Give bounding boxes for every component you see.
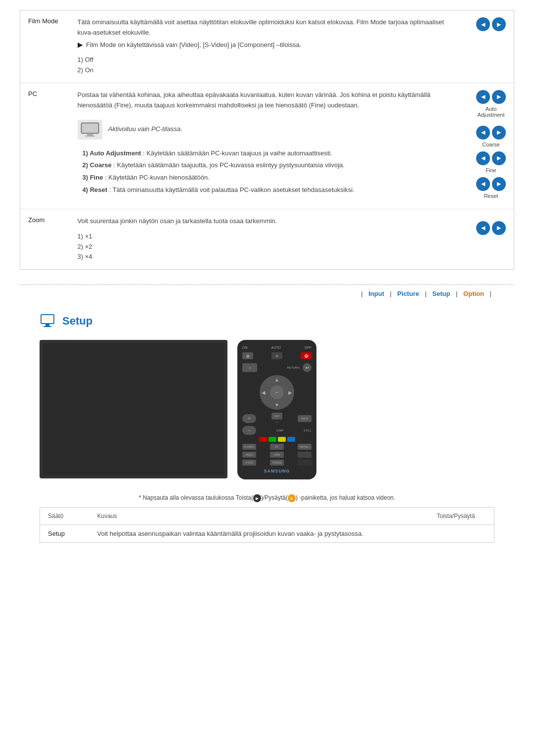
zoom-text: Voit suurentaa jonkin näytön osan ja tar… [78, 216, 461, 227]
remote-control: ON AUTO OFF ⏻ A ⏻ ≡ RETURN ↩ [237, 340, 316, 479]
zoom-next-btn[interactable]: ▶ [492, 221, 506, 235]
remote-on-btn[interactable]: ⏻ [242, 352, 253, 359]
nav-picture[interactable]: Picture [398, 290, 419, 297]
remote-off-btn[interactable]: ⏻ [301, 352, 312, 359]
film-mode-buttons: ◀ ▶ [468, 10, 514, 83]
film-mode-next-btn[interactable]: ▶ [492, 17, 506, 31]
play-icon [253, 494, 261, 502]
remote-video-btn[interactable]: VIDEO [242, 452, 256, 458]
film-mode-row: Film Mode Tätä ominaisuutta käyttämällä … [20, 10, 514, 83]
setup-title: Setup [62, 315, 92, 328]
bottom-setup-action [429, 525, 494, 543]
remote-yellow-btn[interactable] [278, 437, 286, 442]
auto-adj-prev-btn[interactable]: ◀ [476, 90, 490, 104]
col-toista: Toista/Pysäytä [429, 508, 494, 525]
remote-blue-btn[interactable] [287, 437, 295, 442]
pc-item2: 2) Coarse : Käytetään säätämään taajuutt… [83, 160, 461, 171]
nav-separator3: | [425, 290, 426, 297]
remote-top-row: ON AUTO OFF [242, 346, 312, 349]
remote-vol-row2: − COMP STILL [242, 426, 312, 435]
remote-install-btn[interactable]: INSTALL [298, 444, 312, 450]
remote-samsung-logo: SAMSUNG [242, 469, 312, 473]
film-mode-note: ▶ Film Mode on käytettävissä vain [Video… [78, 40, 461, 50]
pc-buttons: ◀ ▶ AutoAdjustment ◀ ▶ Coarse ◀ ▶ [468, 83, 514, 209]
nav-setup[interactable]: Setup [432, 290, 450, 297]
setup-header: Setup [40, 312, 494, 330]
svg-rect-6 [45, 324, 49, 326]
remote-psize-row: P.SIZE P.MODE [242, 460, 312, 466]
svg-rect-1 [87, 134, 93, 136]
remote-info-btn[interactable]: INFO [298, 415, 312, 422]
pc-content: Poistaa tai vähentää kohinaa, joka aiheu… [70, 83, 469, 209]
remote-psize-btn[interactable]: P.SIZE [242, 460, 256, 466]
pc-label: PC [20, 83, 70, 209]
remote-green-btn[interactable] [268, 437, 276, 442]
reset-next-btn[interactable]: ▶ [492, 177, 506, 191]
nav-input[interactable]: Input [368, 290, 384, 297]
remote-source-row2: VIDEO HDMI [242, 452, 312, 458]
film-mode-prev-btn[interactable]: ◀ [476, 17, 490, 31]
remote-nav-left[interactable]: ◀ [262, 390, 266, 395]
pc-item1: 1) Auto Adjustment : Käytetään säätämään… [83, 148, 461, 159]
coarse-prev-btn[interactable]: ◀ [476, 126, 490, 140]
coarse-next-btn[interactable]: ▶ [492, 126, 506, 140]
remote-menu-row: ≡ RETURN ↩ [242, 363, 312, 372]
remote-pmode-btn[interactable]: P.MODE [270, 460, 284, 466]
fine-next-btn[interactable]: ▶ [492, 151, 506, 165]
pc-icon [78, 120, 102, 140]
auto-adj-label: AutoAdjustment [476, 106, 506, 118]
remote-still-btn[interactable]: STILL [304, 429, 312, 432]
pause-icon [288, 494, 296, 502]
remote-svideo-btn[interactable]: S-VIDEO [242, 444, 256, 450]
note-text: * Napsauta alla olevassa taulukossa Tois… [40, 494, 494, 502]
remote-exit-btn[interactable]: EXIT [271, 413, 282, 420]
note-area: * Napsauta alla olevassa taulukossa Tois… [40, 494, 494, 502]
nav-bar: | Input | Picture | Setup | Option | [20, 284, 514, 302]
remote-vol-plus[interactable]: + [242, 414, 256, 423]
setup-icon [40, 312, 57, 330]
remote-menu-btn[interactable]: ≡ [242, 363, 257, 372]
remote-return-btn[interactable]: ↩ [303, 363, 312, 372]
remote-nav-down[interactable]: ▼ [274, 402, 279, 408]
remote-hdmi2-btn[interactable] [298, 452, 312, 458]
zoom-prev-btn[interactable]: ◀ [476, 221, 490, 235]
bottom-setup-label: Setup [40, 525, 89, 543]
remote-vol-row: + EXIT → INFO [242, 413, 312, 424]
bottom-table-row-setup: Setup Voit helpottaa asennuspaikan valin… [40, 525, 494, 543]
remote-nav-up[interactable]: ▲ [274, 377, 279, 382]
remote-pc-btn[interactable]: PC [270, 444, 284, 450]
remote-nav-center[interactable]: ↩ [270, 385, 284, 399]
film-mode-opt2: 2) On [78, 65, 461, 76]
remote-vol-minus[interactable]: − [242, 426, 256, 435]
auto-adj-next-btn[interactable]: ▶ [492, 90, 506, 104]
pc-numbered-list: 1) Auto Adjustment : Käytetään säätämään… [78, 148, 461, 195]
pc-item3: 3) Fine : Käytetään PC-kuvan hienosäätöö… [83, 173, 461, 183]
bottom-setup-desc: Voit helpottaa asennuspaikan valintaa kä… [89, 525, 429, 543]
remote-on-label: ON [242, 346, 248, 349]
fine-label: Fine [476, 167, 506, 173]
remote-comp-label: COMP [276, 429, 283, 432]
zoom-content: Voit suurentaa jonkin näytön osan ja tar… [70, 209, 469, 269]
main-content-area: ON AUTO OFF ⏻ A ⏻ ≡ RETURN ↩ [40, 340, 494, 479]
remote-auto-btn[interactable]: A [271, 352, 282, 359]
nav-separator5: | [490, 290, 491, 297]
col-saato: Säätö [40, 508, 89, 525]
remote-hdmi-btn[interactable]: HDMI [270, 452, 284, 458]
zoom-row: Zoom Voit suurentaa jonkin näytön osan j… [20, 209, 514, 269]
fine-prev-btn[interactable]: ◀ [476, 151, 490, 165]
col-kuvaus: Kuvaus [89, 508, 429, 525]
zoom-buttons: ◀ ▶ [468, 209, 514, 269]
nav-separator1: | [361, 290, 362, 297]
reset-prev-btn[interactable]: ◀ [476, 177, 490, 191]
remote-exit-icon[interactable]: → [275, 421, 279, 424]
remote-red-btn[interactable] [259, 437, 267, 442]
remote-nav-right[interactable]: ▶ [288, 390, 292, 395]
tv-screen [40, 340, 227, 478]
film-mode-opt1: 1) Off [78, 55, 461, 65]
remote-blank-btn[interactable] [298, 460, 312, 466]
remote-source-row: S-VIDEO PC INSTALL [242, 444, 312, 450]
pc-text1: Poistaa tai vähentää kohinaa, joka aiheu… [78, 90, 461, 111]
nav-option[interactable]: Option [463, 290, 484, 297]
remote-off-label: OFF [305, 346, 312, 349]
remote-nav-area: ▲ ▼ ◀ ▶ ↩ [242, 375, 312, 410]
